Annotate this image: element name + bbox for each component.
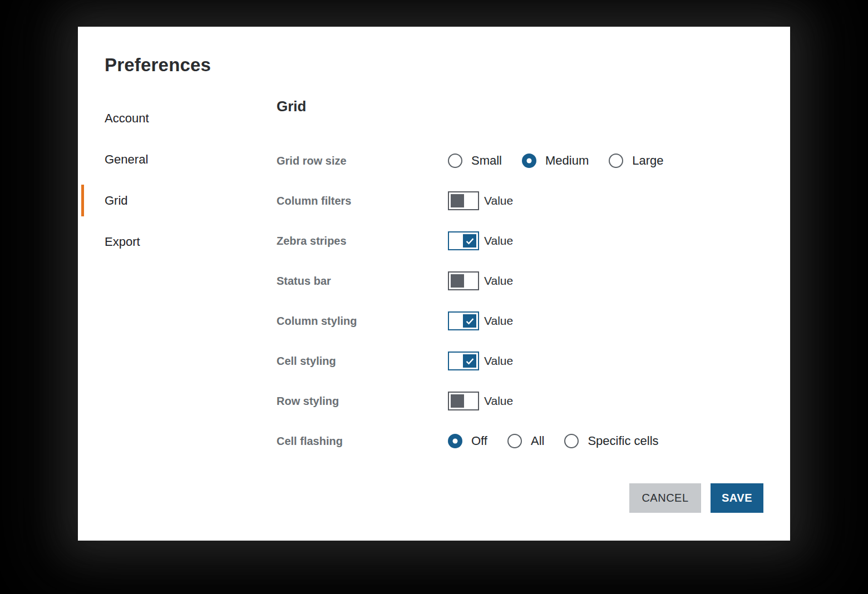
radio-label[interactable]: Medium (545, 154, 589, 168)
sidebar-item-label: Account (105, 111, 149, 126)
grid-row-size-radio-small[interactable] (448, 154, 462, 168)
setting-row-status-bar: Status barValue (277, 261, 763, 301)
check-icon (465, 356, 475, 367)
row-label: Grid row size (277, 155, 448, 167)
cell-flashing-radio-specific-cells[interactable] (564, 434, 579, 448)
row-label: Row styling (277, 395, 448, 408)
radio-label[interactable]: Small (471, 154, 502, 168)
settings-rows: Grid row sizeSmallMediumLargeColumn filt… (277, 141, 763, 461)
save-button[interactable]: SAVE (711, 483, 763, 513)
sidebar-item-label: General (105, 152, 148, 167)
zebra-stripes-controls: Value (448, 231, 513, 250)
radio-label[interactable]: All (531, 434, 544, 448)
cancel-button[interactable]: CANCEL (629, 483, 701, 513)
grid-row-size-radio-large[interactable] (609, 154, 623, 168)
row-label: Status bar (277, 275, 448, 288)
setting-row-column-styling: Column stylingValue (277, 301, 763, 341)
column-styling-toggle[interactable] (448, 311, 479, 330)
cell-flashing-option-specific-cells[interactable]: Specific cells (564, 434, 658, 448)
grid-row-size-option-small[interactable]: Small (448, 154, 502, 168)
cell-styling-toggle[interactable] (448, 352, 479, 370)
cell-flashing-option-all[interactable]: All (507, 434, 544, 448)
status-bar-toggle[interactable] (448, 271, 479, 290)
cell-styling-controls: Value (448, 352, 513, 370)
radio-label[interactable]: Off (471, 434, 487, 448)
setting-row-zebra-stripes: Zebra stripesValue (277, 221, 763, 261)
sidebar-item-general[interactable]: General (78, 139, 262, 180)
grid-row-size-option-medium[interactable]: Medium (522, 154, 589, 168)
sidebar-item-label: Export (105, 235, 140, 249)
cell-flashing-radio-off[interactable] (448, 434, 462, 448)
toggle-knob (463, 354, 476, 368)
setting-row-column-filters: Column filtersValue (277, 181, 763, 221)
toggle-value-label: Value (484, 354, 513, 368)
check-icon (465, 316, 475, 326)
toggle-value-label: Value (484, 314, 513, 328)
sidebar: AccountGeneralGridExport (78, 98, 262, 263)
status-bar-controls: Value (448, 271, 513, 290)
row-styling-toggle[interactable] (448, 392, 479, 410)
cell-flashing-option-off[interactable]: Off (448, 434, 487, 448)
setting-row-cell-styling: Cell stylingValue (277, 341, 763, 381)
sidebar-item-account[interactable]: Account (78, 98, 262, 139)
check-icon (465, 236, 475, 246)
dialog-title: Preferences (105, 55, 211, 76)
cell-flashing-controls: OffAllSpecific cells (448, 434, 659, 448)
column-filters-controls: Value (448, 191, 513, 210)
sidebar-item-export[interactable]: Export (78, 221, 262, 263)
dialog-footer: CANCEL SAVE (629, 483, 763, 513)
sidebar-item-label: Grid (105, 194, 128, 208)
row-label: Column filters (277, 195, 448, 207)
sidebar-item-grid[interactable]: Grid (78, 180, 262, 221)
cell-flashing-radio-all[interactable] (507, 434, 522, 448)
setting-row-row-styling: Row stylingValue (277, 381, 763, 421)
toggle-knob (451, 194, 464, 207)
zebra-stripes-toggle[interactable] (448, 231, 479, 250)
setting-row-cell-flashing: Cell flashingOffAllSpecific cells (277, 421, 763, 461)
grid-row-size-radio-medium[interactable] (522, 154, 536, 168)
toggle-knob (463, 234, 476, 248)
column-styling-controls: Value (448, 311, 513, 330)
toggle-value-label: Value (484, 234, 513, 248)
radio-label[interactable]: Specific cells (588, 434, 658, 448)
preferences-dialog: Preferences AccountGeneralGridExport Gri… (78, 27, 790, 541)
toggle-knob (451, 394, 464, 408)
row-label: Cell styling (277, 355, 448, 368)
grid-row-size-controls: SmallMediumLarge (448, 154, 664, 168)
row-styling-controls: Value (448, 392, 513, 410)
toggle-value-label: Value (484, 394, 513, 408)
setting-row-grid-row-size: Grid row sizeSmallMediumLarge (277, 141, 763, 181)
row-label: Column styling (277, 315, 448, 328)
column-filters-toggle[interactable] (448, 191, 479, 210)
section-heading: Grid (277, 98, 306, 115)
toggle-value-label: Value (484, 194, 513, 207)
grid-row-size-option-large[interactable]: Large (609, 154, 663, 168)
toggle-knob (463, 314, 476, 328)
radio-label[interactable]: Large (632, 154, 663, 168)
toggle-value-label: Value (484, 274, 513, 288)
row-label: Cell flashing (277, 435, 448, 448)
row-label: Zebra stripes (277, 235, 448, 248)
toggle-knob (451, 274, 464, 288)
